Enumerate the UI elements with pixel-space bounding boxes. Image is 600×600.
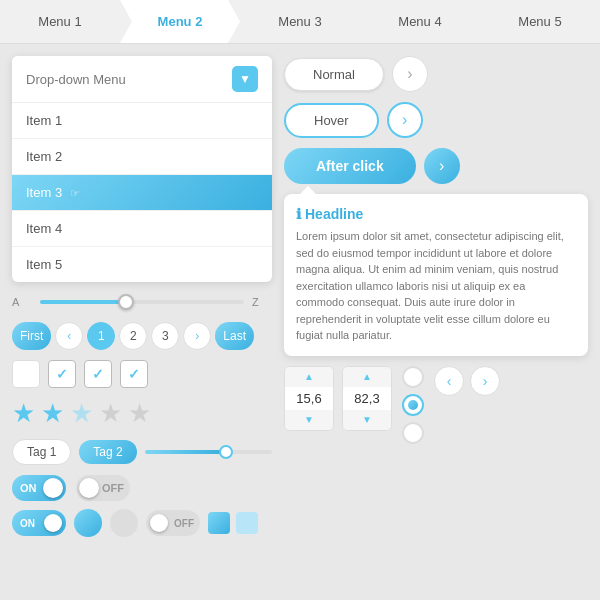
dropdown-arrow-icon[interactable]: ▼ bbox=[232, 66, 258, 92]
radio-2[interactable] bbox=[402, 394, 424, 416]
round-on-label: ON bbox=[20, 518, 35, 529]
button-hover[interactable]: Hover bbox=[284, 103, 379, 138]
info-icon: ℹ bbox=[296, 206, 301, 222]
nav-item-menu5[interactable]: Menu 5 bbox=[480, 0, 600, 43]
toggle-on-thumb bbox=[43, 478, 63, 498]
nav-item-menu1[interactable]: Menu 1 bbox=[0, 0, 120, 43]
tags-row: Tag 1 Tag 2 bbox=[12, 439, 272, 465]
pagination-page-2[interactable]: 2 bbox=[119, 322, 147, 350]
slider-track[interactable] bbox=[40, 300, 244, 304]
nav-arrow-left[interactable]: ‹ bbox=[434, 366, 464, 396]
buttons-section-click: After click › bbox=[284, 148, 588, 184]
star-1[interactable]: ★ bbox=[12, 398, 35, 429]
nav-label-menu2: Menu 2 bbox=[158, 14, 203, 29]
squares-row bbox=[208, 512, 258, 534]
buttons-section-hover: Hover › bbox=[284, 102, 588, 138]
tag-slider[interactable] bbox=[145, 450, 272, 454]
checkboxes-row: ✓ ✓ ✓ bbox=[12, 360, 272, 388]
round-toggle-circle-off[interactable] bbox=[110, 509, 138, 537]
nav-label-menu4: Menu 4 bbox=[398, 14, 441, 29]
check-icon: ✓ bbox=[56, 366, 68, 382]
bottom-right-section: ▲ 15,6 ▼ ▲ 82,3 ▼ bbox=[284, 366, 588, 444]
toggle-on-track[interactable]: ON bbox=[12, 475, 66, 501]
dropdown-item-1[interactable]: Item 1 bbox=[12, 103, 272, 139]
pagination-page-1[interactable]: 1 bbox=[87, 322, 115, 350]
dropdown-item-4[interactable]: Item 4 bbox=[12, 211, 272, 247]
slider-fill bbox=[40, 300, 122, 304]
button-icon-click[interactable]: › bbox=[424, 148, 460, 184]
radio-3[interactable] bbox=[402, 422, 424, 444]
checkbox-3[interactable]: ✓ bbox=[84, 360, 112, 388]
dropdown-header-label: Drop-down Menu bbox=[26, 72, 126, 87]
pagination-prev[interactable]: ‹ bbox=[55, 322, 83, 350]
star-2[interactable]: ★ bbox=[41, 398, 64, 429]
stepper-1-value: 15,6 bbox=[296, 387, 321, 410]
toggle-on[interactable]: ON bbox=[12, 475, 66, 501]
right-panel: Normal › Hover › After click › ℹ Headlin… bbox=[284, 56, 588, 588]
tag-1[interactable]: Tag 1 bbox=[12, 439, 71, 465]
stepper-2-value: 82,3 bbox=[354, 387, 379, 410]
info-card-body: Lorem ipsum dolor sit amet, consectetur … bbox=[296, 228, 576, 344]
nav-item-menu4[interactable]: Menu 4 bbox=[360, 0, 480, 43]
square-blue bbox=[208, 512, 230, 534]
pagination-next[interactable]: › bbox=[183, 322, 211, 350]
nav-item-menu3[interactable]: Menu 3 bbox=[240, 0, 360, 43]
round-off-thumb bbox=[150, 514, 168, 532]
check-icon-3: ✓ bbox=[128, 366, 140, 382]
nav-arrow-right[interactable]: › bbox=[470, 366, 500, 396]
cursor-icon: ☞ bbox=[70, 187, 80, 200]
radios-column bbox=[402, 366, 424, 444]
round-toggle-circle-on[interactable] bbox=[74, 509, 102, 537]
dropdown-item-2[interactable]: Item 2 bbox=[12, 139, 272, 175]
tag-2[interactable]: Tag 2 bbox=[79, 440, 136, 464]
buttons-section: Normal › bbox=[284, 56, 588, 92]
round-toggle-on[interactable]: ON bbox=[12, 510, 66, 536]
toggles-row: ON OFF bbox=[12, 475, 272, 501]
tag-slider-thumb[interactable] bbox=[219, 445, 233, 459]
radio-dot bbox=[408, 400, 418, 410]
headline-text: Headline bbox=[305, 206, 363, 222]
stepper-1-up[interactable]: ▲ bbox=[285, 367, 333, 387]
pagination: First ‹ 1 2 3 › Last bbox=[12, 322, 272, 350]
button-icon-hover[interactable]: › bbox=[387, 102, 423, 138]
pagination-last[interactable]: Last bbox=[215, 322, 254, 350]
button-normal[interactable]: Normal bbox=[284, 58, 384, 91]
toggle-on-label: ON bbox=[20, 482, 37, 494]
dropdown-header[interactable]: Drop-down Menu ▼ bbox=[12, 56, 272, 103]
slider-row: A Z bbox=[12, 292, 272, 312]
nav-item-menu2[interactable]: Menu 2 bbox=[120, 0, 240, 43]
pagination-page-3[interactable]: 3 bbox=[151, 322, 179, 350]
slider-thumb[interactable] bbox=[118, 294, 134, 310]
checkbox-2[interactable]: ✓ bbox=[48, 360, 76, 388]
star-4[interactable]: ★ bbox=[99, 398, 122, 429]
star-3[interactable]: ★ bbox=[70, 398, 93, 429]
toggle-off-label: OFF bbox=[102, 482, 124, 494]
dropdown-item-5[interactable]: Item 5 bbox=[12, 247, 272, 282]
toggle-off[interactable]: OFF bbox=[76, 475, 130, 501]
left-panel: Drop-down Menu ▼ Item 1 Item 2 Item 3 ☞ … bbox=[12, 56, 272, 588]
dropdown-menu: Drop-down Menu ▼ Item 1 Item 2 Item 3 ☞ … bbox=[12, 56, 272, 282]
checkbox-1[interactable] bbox=[12, 360, 40, 388]
stepper-2-down[interactable]: ▼ bbox=[343, 410, 391, 430]
stepper-2: ▲ 82,3 ▼ bbox=[342, 366, 392, 431]
stepper-1: ▲ 15,6 ▼ bbox=[284, 366, 334, 431]
top-navigation: Menu 1 Menu 2 Menu 3 Menu 4 Menu 5 bbox=[0, 0, 600, 44]
nav-arrows-row: ‹ › bbox=[434, 366, 500, 396]
stepper-2-up[interactable]: ▲ bbox=[343, 367, 391, 387]
radio-1[interactable] bbox=[402, 366, 424, 388]
toggle-off-track[interactable]: OFF bbox=[76, 475, 130, 501]
pagination-first[interactable]: First bbox=[12, 322, 51, 350]
button-after-click[interactable]: After click bbox=[284, 148, 416, 184]
star-5[interactable]: ★ bbox=[128, 398, 151, 429]
checkbox-4[interactable]: ✓ bbox=[120, 360, 148, 388]
round-toggle-off[interactable]: OFF bbox=[146, 510, 200, 536]
dropdown-item-3[interactable]: Item 3 ☞ bbox=[12, 175, 272, 211]
info-card-headline: ℹ Headline bbox=[296, 206, 576, 222]
last-label: Last bbox=[223, 329, 246, 343]
stars-row: ★ ★ ★ ★ ★ bbox=[12, 398, 272, 429]
first-label: First bbox=[20, 329, 43, 343]
stepper-1-down[interactable]: ▼ bbox=[285, 410, 333, 430]
button-icon-normal[interactable]: › bbox=[392, 56, 428, 92]
nav-label-menu3: Menu 3 bbox=[278, 14, 321, 29]
steppers-row: ▲ 15,6 ▼ ▲ 82,3 ▼ bbox=[284, 366, 392, 431]
